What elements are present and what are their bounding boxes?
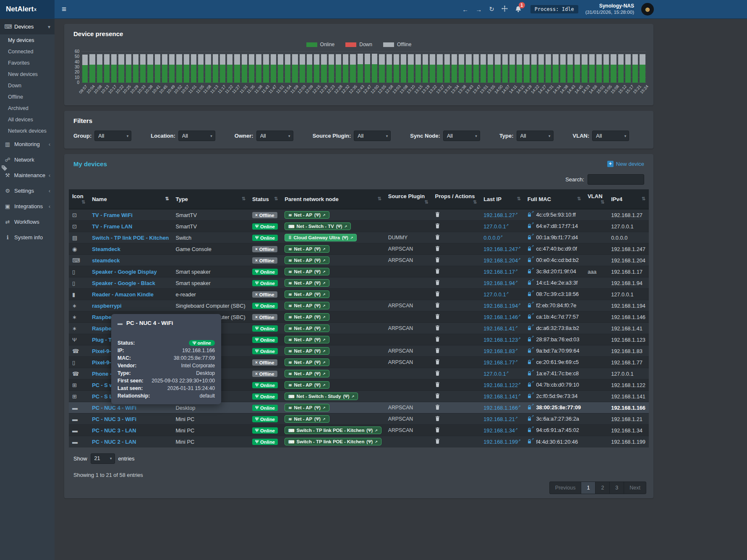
sidebar-item-workflows[interactable]: ⇄Workflows [0, 214, 55, 230]
avatar[interactable]: ☻ [641, 3, 654, 16]
bell-icon[interactable]: 1 [515, 6, 522, 13]
table-row[interactable]: ▬PC - NUC 3 - WiFiMini PCΨOnline≋Net - A… [69, 413, 649, 425]
sort-icon[interactable]: ⇅ [473, 199, 477, 205]
sort-icon[interactable]: ⇅ [642, 196, 645, 201]
lock-icon[interactable]: ↗ [528, 405, 534, 411]
trash-icon[interactable] [435, 223, 440, 228]
parent-node-badge[interactable]: ≋Net - AP(Ψ)↗ [285, 370, 329, 377]
last-ip-link[interactable]: 192.168.1.21↗ [483, 416, 517, 422]
sort-icon[interactable]: ⇅ [424, 199, 428, 205]
table-row[interactable]: ∗raspberrypiSingleboard Computer (SBC)ΨO… [69, 300, 649, 311]
table-row[interactable]: ⊡TV - Frame LANSmartTVΨOnline⌨Net - Swit… [69, 221, 649, 232]
sidebar-item-new-devices[interactable]: New devices [0, 68, 55, 80]
parent-node-badge[interactable]: ≋Net - AP(Ψ)↗ [285, 381, 329, 389]
parent-node-badge[interactable]: ≋Net - AP(Ψ)↗ [285, 359, 329, 366]
trash-icon[interactable] [435, 348, 440, 353]
lock-icon[interactable]: ↗ [528, 291, 534, 298]
sort-icon[interactable]: ⇅ [577, 196, 581, 201]
trash-icon[interactable] [435, 325, 440, 330]
last-ip-link[interactable]: 192.168.1.83↗ [483, 348, 517, 354]
device-name-link[interactable]: Raspbe [92, 314, 111, 320]
sidebar-item-network-devices[interactable]: Network devices [0, 125, 55, 136]
parent-node-badge[interactable]: ≋Net - AP(Ψ)↗ [285, 302, 329, 309]
device-name-link[interactable]: Pixel-9- [92, 359, 111, 366]
sort-icon[interactable]: ⇅ [242, 196, 246, 201]
sidebar-item-monitoring[interactable]: ▥Monitoring‹ [0, 136, 55, 152]
last-ip-link[interactable]: 192.168.1.41↗ [483, 325, 517, 332]
lock-icon[interactable]: ↗ [528, 314, 534, 320]
filter-select-vlan[interactable]: All [592, 131, 629, 141]
device-name-link[interactable]: Raspbe [92, 325, 111, 332]
last-ip-link[interactable]: 192.168.1.17↗ [483, 269, 517, 275]
sidebar-item-all-devices[interactable]: All devices [0, 114, 55, 125]
trash-icon[interactable] [435, 371, 440, 376]
device-name-link[interactable]: PC - S w [92, 382, 113, 388]
move-icon[interactable] [501, 5, 508, 13]
sidebar-item-integrations[interactable]: ▣Integrations‹ [0, 199, 55, 214]
parent-node-badge[interactable]: ≋Net - AP(Ψ)↗ [285, 347, 329, 355]
lock-icon[interactable]: ↗ [528, 427, 534, 434]
hamburger-icon[interactable]: ≡ [62, 5, 66, 14]
filter-select-location[interactable]: All [178, 131, 215, 141]
sidebar-item-favorites[interactable]: Favorites [0, 57, 55, 68]
trash-icon[interactable] [435, 269, 440, 274]
last-ip-link[interactable]: 192.168.1.34↗ [483, 427, 517, 434]
last-ip-link[interactable]: 192.168.1.122↗ [483, 382, 521, 388]
table-row[interactable]: ▯Speaker - Google DisplaySmart speakerΨO… [69, 266, 649, 277]
sort-icon[interactable]: ⇅ [378, 196, 381, 201]
trash-icon[interactable] [435, 257, 440, 262]
column-header-full-mac[interactable]: Full MAC⇅ [524, 189, 584, 209]
last-ip-link[interactable]: 192.168.1.194↗ [483, 303, 521, 309]
filter-select-owner[interactable]: All [256, 131, 293, 141]
device-name-link[interactable]: TV - Frame WiFi [92, 212, 133, 218]
lock-icon[interactable]: ↗ [528, 337, 534, 343]
sidebar-item-connected[interactable]: Connected [0, 46, 55, 57]
lock-icon[interactable]: ↗ [528, 325, 534, 332]
sidebar-item-my-devices[interactable]: My devices [0, 34, 55, 46]
table-row[interactable]: ▬PC - NUC 2 - LANMini PCΨOnline⌨Switch -… [69, 436, 649, 447]
page-button-2[interactable]: 2 [595, 482, 609, 494]
new-device-button[interactable]: + New device [607, 161, 644, 167]
column-header-last-ip[interactable]: Last IP⇅ [480, 189, 524, 209]
device-name-link[interactable]: Speaker - Google - Black [92, 280, 155, 286]
sidebar-item-offline[interactable]: Offline [0, 91, 55, 102]
parent-node-badge[interactable]: ≋Net - AP(Ψ)↗ [285, 279, 329, 287]
lock-icon[interactable]: ↗ [528, 348, 534, 354]
sidebar-item-maintenance[interactable]: ⚒Maintenance‹ [0, 167, 55, 183]
device-name-link[interactable]: PC - NUC 3 - WiFi [92, 416, 136, 422]
last-ip-link[interactable]: 192.168.1.77↗ [483, 359, 517, 366]
sidebar-item-system-info[interactable]: ℹSystem info [0, 230, 55, 245]
trash-icon[interactable] [435, 393, 440, 398]
last-ip-link[interactable]: 192.168.1.247↗ [483, 246, 521, 252]
parent-node-badge[interactable]: ≋Net - AP(Ψ)↗ [285, 336, 329, 343]
page-button-1[interactable]: 1 [581, 482, 595, 494]
device-name-link[interactable]: Switch - TP link POE - Kitchen [92, 235, 169, 241]
last-ip-link[interactable]: 192.168.1.123↗ [483, 337, 521, 343]
column-header-status[interactable]: Status⇅ [249, 189, 281, 209]
sort-icon[interactable]: ⇅ [274, 196, 278, 201]
sidebar-item-archived[interactable]: Archived [0, 102, 55, 114]
parent-node-badge[interactable]: ≋Net - AP(Ψ)↗ [285, 313, 329, 321]
search-input[interactable] [588, 174, 644, 185]
table-row[interactable]: ◉SteamdeckGame Console×Offline≋Net - AP(… [69, 243, 649, 255]
table-row[interactable]: ▬PC - NUC 3 - LANMini PCΨOnline⌨Switch -… [69, 425, 649, 436]
parent-node-badge[interactable]: ⌨Net - Switch - TV(Ψ)↗ [285, 222, 351, 230]
trash-icon[interactable] [435, 291, 440, 296]
last-ip-link[interactable]: 192.168.1.204↗ [483, 257, 521, 264]
column-header-parent-network-node[interactable]: Parent network node⇅ [281, 189, 385, 209]
sort-icon[interactable]: ⇅ [81, 199, 85, 205]
lock-icon[interactable]: ↗ [528, 257, 534, 264]
pin-sidebar-icon[interactable] [1, 165, 8, 173]
last-ip-link[interactable]: 192.168.1.166↗ [483, 405, 521, 411]
lock-icon[interactable]: ↗ [528, 416, 534, 422]
table-row[interactable]: ⊡TV - Frame WiFiSmartTV×Offline≋Net - AP… [69, 209, 649, 221]
device-name-link[interactable]: Plug - T [92, 337, 112, 343]
trash-icon[interactable] [435, 337, 440, 342]
device-name-link[interactable]: Steamdeck [92, 246, 120, 252]
lock-icon[interactable]: ↗ [528, 212, 534, 218]
device-name-link[interactable]: PC - NUC 4 - WiFi [92, 405, 136, 411]
lock-icon[interactable]: ↗ [528, 223, 534, 230]
table-row[interactable]: ▯Speaker - Google - BlackSmart speakerΨO… [69, 277, 649, 289]
last-ip-link[interactable]: 127.0.0.1↗ [483, 371, 509, 377]
parent-node-badge[interactable]: ≋Net - AP(Ψ)↗ [285, 256, 329, 264]
